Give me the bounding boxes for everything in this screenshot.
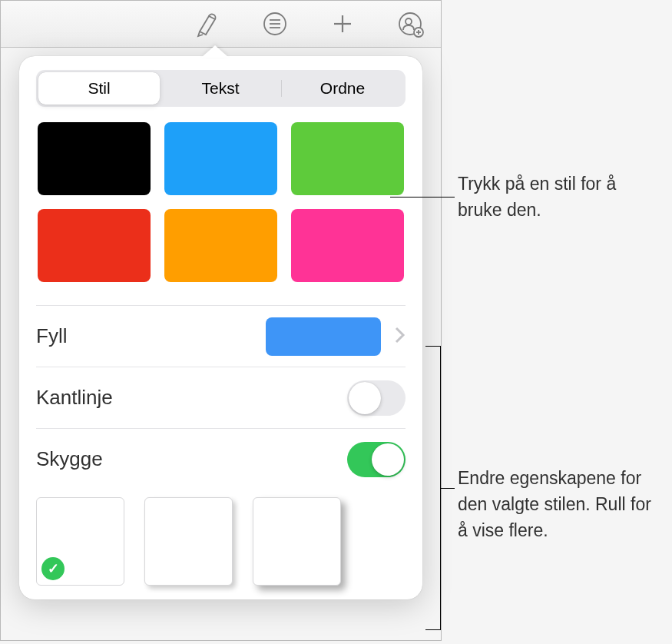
chevron-right-icon bbox=[395, 326, 406, 347]
style-swatch-blue[interactable] bbox=[164, 122, 277, 195]
callout-text: Trykk på en stil for å bruke den. bbox=[458, 171, 657, 223]
format-tabs: Stil Tekst Ordne bbox=[36, 70, 406, 107]
shadow-preset-strong[interactable] bbox=[253, 497, 341, 586]
svg-point-7 bbox=[406, 18, 412, 25]
tab-text-label: Tekst bbox=[201, 79, 239, 98]
fill-color-swatch[interactable] bbox=[266, 317, 381, 356]
toggle-knob bbox=[349, 382, 381, 414]
style-swatch-black[interactable] bbox=[38, 122, 151, 195]
format-popover: Stil Tekst Ordne Fyll bbox=[19, 56, 422, 599]
shadow-label: Skygge bbox=[36, 447, 103, 471]
fill-control bbox=[266, 317, 406, 356]
insert-icon[interactable] bbox=[327, 8, 358, 39]
tab-arrange[interactable]: Ordne bbox=[282, 72, 403, 105]
checkmark-icon: ✓ bbox=[41, 557, 65, 580]
shadow-preset-none[interactable]: ✓ bbox=[36, 497, 124, 586]
border-label: Kantlinje bbox=[36, 386, 113, 410]
callout-tick bbox=[441, 488, 455, 489]
border-toggle[interactable] bbox=[347, 380, 406, 416]
tab-text[interactable]: Tekst bbox=[160, 72, 281, 105]
format-icon[interactable] bbox=[192, 8, 223, 39]
tab-arrange-label: Ordne bbox=[320, 79, 365, 98]
property-border: Kantlinje bbox=[36, 367, 406, 428]
toggle-knob bbox=[372, 443, 404, 476]
tab-style-label: Stil bbox=[88, 79, 110, 98]
property-shadow: Skygge bbox=[36, 428, 406, 490]
shadow-toggle[interactable] bbox=[347, 442, 406, 477]
shadow-preset-soft[interactable] bbox=[144, 497, 233, 586]
style-swatch-red[interactable] bbox=[38, 209, 151, 282]
style-swatch-pink[interactable] bbox=[291, 209, 404, 282]
callout-style-tap: Trykk på en stil for å bruke den. bbox=[390, 171, 657, 223]
list-icon[interactable] bbox=[260, 8, 290, 39]
style-swatch-orange[interactable] bbox=[164, 209, 277, 282]
callout-line bbox=[390, 197, 455, 198]
tab-style[interactable]: Stil bbox=[38, 72, 160, 105]
callout-text: Endre egenskapene for den valgte stilen.… bbox=[458, 465, 665, 543]
shadow-presets: ✓ bbox=[36, 490, 406, 599]
collaborate-icon[interactable] bbox=[395, 8, 425, 39]
toolbar bbox=[1, 1, 441, 48]
callout-bracket bbox=[425, 346, 441, 630]
fill-label: Fyll bbox=[36, 324, 67, 348]
app-window: Stil Tekst Ordne Fyll bbox=[0, 0, 442, 641]
property-fill[interactable]: Fyll bbox=[36, 305, 406, 367]
style-presets-grid bbox=[36, 122, 406, 282]
callout-properties: Endre egenskapene for den valgte stilen.… bbox=[458, 465, 665, 543]
style-swatch-green[interactable] bbox=[291, 122, 404, 195]
